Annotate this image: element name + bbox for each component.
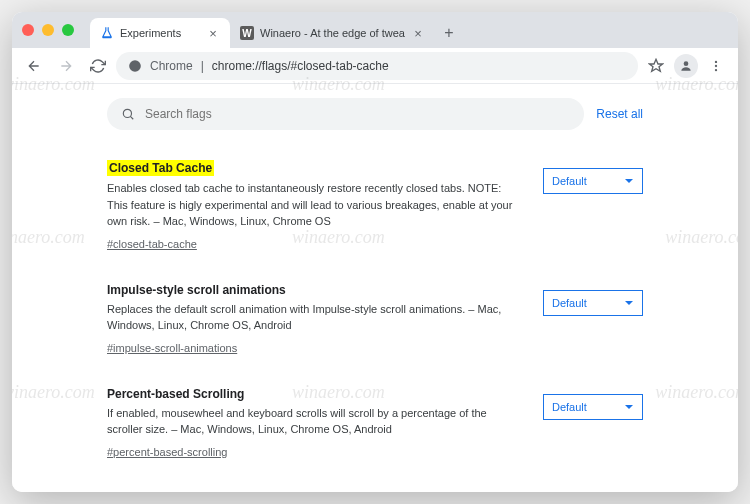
browser-window: Experiments × W Winaero - At the edge of… bbox=[12, 12, 738, 492]
flag-anchor-link[interactable]: #closed-tab-cache bbox=[107, 238, 197, 250]
back-button[interactable] bbox=[20, 52, 48, 80]
flag-dropdown[interactable]: Default bbox=[543, 168, 643, 194]
avatar-icon bbox=[674, 54, 698, 78]
flask-icon bbox=[100, 26, 114, 40]
tab-title: Experiments bbox=[120, 27, 200, 39]
flag-description: Replaces the default scroll animation wi… bbox=[107, 301, 523, 334]
flag-title: Scroll Unification bbox=[107, 491, 206, 493]
tab-experiments[interactable]: Experiments × bbox=[90, 18, 230, 48]
window-maximize-button[interactable] bbox=[62, 24, 74, 36]
search-icon bbox=[121, 107, 135, 121]
flag-title: Closed Tab Cache bbox=[107, 160, 214, 176]
flag-item: Closed Tab Cache Enables closed tab cach… bbox=[107, 144, 643, 266]
flag-item: Impulse-style scroll animations Replaces… bbox=[107, 266, 643, 370]
toolbar: Chrome | chrome://flags/#closed-tab-cach… bbox=[12, 48, 738, 84]
traffic-lights bbox=[22, 24, 74, 36]
flag-control: Default bbox=[543, 158, 643, 194]
svg-point-2 bbox=[715, 60, 717, 62]
menu-button[interactable] bbox=[702, 52, 730, 80]
flag-body: Scroll Unification Refactoring project t… bbox=[107, 488, 523, 493]
tab-close-icon[interactable]: × bbox=[411, 26, 425, 41]
flag-title: Percent-based Scrolling bbox=[107, 387, 244, 401]
flag-control: Default bbox=[543, 280, 643, 316]
flag-dropdown-value: Default bbox=[552, 175, 587, 187]
tab-winaero[interactable]: W Winaero - At the edge of twea × bbox=[230, 18, 435, 48]
url-separator: | bbox=[201, 59, 204, 73]
chevron-down-icon bbox=[624, 298, 634, 308]
flag-anchor-link[interactable]: #percent-based-scrolling bbox=[107, 446, 227, 458]
flag-control: Default bbox=[543, 488, 643, 493]
bookmark-button[interactable] bbox=[642, 52, 670, 80]
flag-dropdown-value: Default bbox=[552, 297, 587, 309]
flag-dropdown[interactable]: Default bbox=[543, 394, 643, 420]
page-content[interactable]: Reset all Closed Tab Cache Enables close… bbox=[12, 84, 738, 492]
winaero-favicon: W bbox=[240, 26, 254, 40]
tab-title: Winaero - At the edge of twea bbox=[260, 27, 405, 39]
reset-all-button[interactable]: Reset all bbox=[596, 107, 643, 121]
flag-anchor-link[interactable]: #impulse-scroll-animations bbox=[107, 342, 237, 354]
flag-list: Closed Tab Cache Enables closed tab cach… bbox=[107, 144, 643, 492]
flag-description: Enables closed tab cache to instantaneou… bbox=[107, 180, 523, 230]
flag-dropdown[interactable]: Default bbox=[543, 290, 643, 316]
svg-point-0 bbox=[129, 60, 141, 72]
flag-title: Impulse-style scroll animations bbox=[107, 283, 286, 297]
search-flags-input[interactable] bbox=[107, 98, 584, 130]
profile-button[interactable] bbox=[672, 52, 700, 80]
svg-point-3 bbox=[715, 64, 717, 66]
tab-close-icon[interactable]: × bbox=[206, 26, 220, 41]
url-text: chrome://flags/#closed-tab-cache bbox=[212, 59, 389, 73]
chrome-icon bbox=[128, 59, 142, 73]
chevron-down-icon bbox=[624, 176, 634, 186]
window-close-button[interactable] bbox=[22, 24, 34, 36]
svg-point-1 bbox=[684, 61, 689, 66]
flag-body: Impulse-style scroll animations Replaces… bbox=[107, 280, 523, 356]
reload-button[interactable] bbox=[84, 52, 112, 80]
flag-description: If enabled, mousewheel and keyboard scro… bbox=[107, 405, 523, 438]
flag-body: Percent-based Scrolling If enabled, mous… bbox=[107, 384, 523, 460]
url-scheme: Chrome bbox=[150, 59, 193, 73]
flag-control: Default bbox=[543, 384, 643, 420]
search-row: Reset all bbox=[107, 84, 643, 144]
new-tab-button[interactable]: + bbox=[435, 18, 463, 48]
flag-dropdown-value: Default bbox=[552, 401, 587, 413]
address-bar[interactable]: Chrome | chrome://flags/#closed-tab-cach… bbox=[116, 52, 638, 80]
svg-point-5 bbox=[123, 109, 131, 117]
flag-item: Percent-based Scrolling If enabled, mous… bbox=[107, 370, 643, 474]
forward-button[interactable] bbox=[52, 52, 80, 80]
titlebar: Experiments × W Winaero - At the edge of… bbox=[12, 12, 738, 48]
search-input-field[interactable] bbox=[145, 107, 570, 121]
toolbar-right bbox=[642, 52, 730, 80]
chevron-down-icon bbox=[624, 402, 634, 412]
window-minimize-button[interactable] bbox=[42, 24, 54, 36]
svg-point-4 bbox=[715, 68, 717, 70]
flag-body: Closed Tab Cache Enables closed tab cach… bbox=[107, 158, 523, 252]
flags-container: Reset all Closed Tab Cache Enables close… bbox=[95, 84, 655, 492]
flag-item: Scroll Unification Refactoring project t… bbox=[107, 474, 643, 493]
tab-strip: Experiments × W Winaero - At the edge of… bbox=[90, 12, 738, 48]
